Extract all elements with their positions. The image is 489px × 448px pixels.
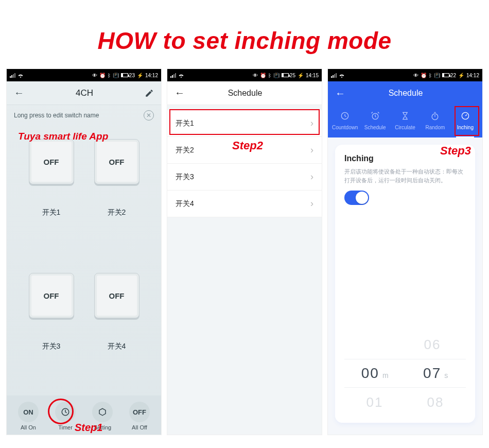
picker-m-unit: m	[380, 371, 390, 380]
picker-row-below: 01 08	[344, 388, 466, 417]
eye-icon: 👁	[413, 73, 418, 78]
inching-toggle[interactable]	[344, 191, 369, 205]
switch-2-button[interactable]: OFF	[94, 139, 139, 184]
tab-random[interactable]: Random	[420, 110, 450, 130]
eye-icon: 👁	[253, 73, 258, 78]
tab-circulate[interactable]: Circulate	[390, 110, 420, 130]
battery-pct: 23	[129, 73, 135, 78]
schedule-tabs: Countdown Schedule Circulate Random Inch…	[328, 105, 482, 137]
switch-1-label: 开关1	[42, 208, 61, 217]
statusbar: 👁 ⏰ ᛒ 📳 25 ⚡ 14:15	[167, 69, 322, 81]
alarm-icon: ⏰	[260, 73, 266, 78]
app-bar: ← Schedule	[328, 81, 482, 105]
signal-icon	[170, 73, 176, 78]
status-time: 14:12	[466, 73, 479, 78]
switch-2-label: 开关2	[108, 208, 126, 217]
bluetooth-icon: ᛒ	[108, 73, 111, 78]
all-off-button[interactable]: OFF All Off	[129, 402, 150, 430]
screen-title: Schedule	[228, 89, 263, 98]
wifi-icon	[339, 73, 345, 78]
bluetooth-icon: ᛒ	[268, 73, 271, 78]
page-title: HOW to set inching mode	[0, 0, 489, 69]
all-on-icon: ON	[18, 402, 39, 422]
dismiss-tip-button[interactable]: ✕	[144, 110, 154, 120]
back-button[interactable]: ←	[14, 87, 24, 99]
stopwatch-icon	[429, 110, 441, 122]
charging-icon: ⚡	[137, 73, 143, 78]
alarm-icon: ⏰	[421, 73, 427, 78]
picker-below-sec: 08	[427, 394, 444, 410]
switch-1-button[interactable]: OFF	[29, 139, 74, 184]
wifi-icon	[18, 73, 24, 78]
back-button[interactable]: ←	[335, 88, 345, 99]
screen-title: Schedule	[345, 89, 475, 98]
picker-seconds: 07	[423, 365, 441, 382]
switch-cell-1: OFF 开关1	[21, 136, 81, 260]
hourglass-icon	[399, 110, 411, 122]
volume-icon: 📳	[113, 73, 119, 78]
chevron-right-icon: ›	[310, 145, 313, 156]
switch-cell-2: OFF 开关2	[86, 136, 147, 260]
tip-text: Long press to edit switch name	[14, 112, 99, 119]
list-item-3[interactable]: 开关3›	[167, 164, 322, 191]
setting-button[interactable]: Setting	[92, 402, 113, 430]
battery-pct: 22	[450, 73, 456, 78]
status-time: 14:15	[306, 73, 319, 78]
list-item-2[interactable]: 开关2›	[167, 137, 322, 164]
switch-list: 开关1› 开关2› 开关3› 开关4›	[167, 110, 322, 217]
clock-icon	[339, 110, 351, 122]
bluetooth-icon: ᛒ	[429, 73, 432, 78]
tab-inching[interactable]: Inching	[450, 110, 480, 130]
screen-3: 👁 ⏰ ᛒ 📳 22 ⚡ 14:12 ← Schedule Countdown …	[328, 69, 482, 435]
screen-2: 👁 ⏰ ᛒ 📳 25 ⚡ 14:15 ← Schedule 开关1› 开关2› …	[167, 69, 322, 435]
all-on-label: All On	[21, 424, 36, 430]
app-bar: ← Schedule	[167, 81, 322, 105]
volume-icon: 📳	[434, 73, 440, 78]
alarm-icon: ⏰	[99, 73, 106, 78]
picker-row-selected: 00m 07s	[344, 359, 466, 388]
edit-button[interactable]	[145, 89, 154, 98]
list-item-1[interactable]: 开关1›	[167, 110, 322, 137]
footer-bar: ON All On Timer Setting OFF All Off	[7, 395, 161, 435]
statusbar: 👁 ⏰ ᛒ 📳 23 ⚡ 14:12	[7, 69, 161, 81]
battery-pct: 25	[290, 73, 295, 78]
setting-label: Setting	[94, 424, 111, 430]
chevron-right-icon: ›	[310, 118, 313, 129]
clock-icon	[55, 402, 76, 422]
list-item-label: 开关4	[176, 199, 194, 209]
tip-row: Long press to edit switch name ✕	[7, 105, 161, 126]
chevron-right-icon: ›	[310, 171, 313, 182]
statusbar: 👁 ⏰ ᛒ 📳 22 ⚡ 14:12	[328, 69, 482, 81]
time-picker[interactable]: 06 00m 07s 01 08	[344, 330, 466, 423]
tab-label: Inching	[457, 125, 474, 130]
tab-schedule[interactable]: Schedule	[360, 110, 390, 130]
card-title: Inching	[344, 154, 466, 163]
switch-3-button[interactable]: OFF	[29, 273, 74, 318]
list-item-label: 开关2	[176, 146, 194, 155]
cube-icon	[92, 402, 113, 422]
switch-3-label: 开关3	[42, 342, 61, 351]
status-time: 14:12	[145, 73, 158, 78]
timer-label: Timer	[58, 424, 73, 430]
tab-label: Schedule	[364, 125, 386, 130]
tab-label: Random	[426, 125, 445, 130]
switch-4-button[interactable]: OFF	[94, 273, 139, 318]
all-on-button[interactable]: ON All On	[18, 402, 39, 430]
charging-icon: ⚡	[298, 73, 304, 78]
tab-countdown[interactable]: Countdown	[330, 110, 360, 130]
picker-above-sec: 06	[424, 337, 441, 353]
timer-button[interactable]: Timer	[55, 402, 76, 430]
screen-title: 4CH	[76, 88, 93, 98]
tab-label: Countdown	[332, 125, 358, 130]
app-bar: ← 4CH	[7, 81, 161, 105]
signal-icon	[10, 73, 15, 78]
list-item-4[interactable]: 开关4›	[167, 191, 322, 217]
switch-cell-3: OFF 开关3	[21, 270, 81, 393]
back-button[interactable]: ←	[174, 87, 185, 99]
list-item-label: 开关1	[176, 119, 194, 128]
all-off-icon: OFF	[129, 402, 150, 422]
inching-icon	[460, 110, 471, 122]
picker-s-unit: s	[442, 371, 449, 380]
all-off-label: All Off	[132, 424, 147, 430]
switch-4-label: 开关4	[108, 342, 126, 351]
